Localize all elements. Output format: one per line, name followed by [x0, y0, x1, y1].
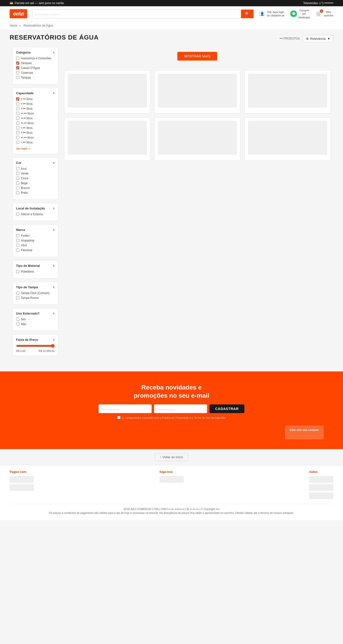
search-input[interactable] [32, 10, 241, 18]
filter-item-cap9[interactable]: •.••• litros [16, 141, 55, 144]
card-icon: 💳 [10, 2, 13, 5]
checkbox-acqualimp[interactable] [16, 239, 19, 242]
checkbox-cap0[interactable] [16, 97, 19, 100]
checkbox-interno-externo[interactable] [16, 212, 19, 216]
filter-local-title[interactable]: Local de Instalação ∧ [16, 206, 55, 210]
filter-item-verde[interactable]: Verde [16, 172, 55, 175]
cart-badge: 1 [320, 10, 323, 13]
filter-item-preto[interactable]: Preto [16, 191, 55, 194]
filter-item-acqualimp[interactable]: Acqualimp [16, 239, 55, 242]
filter-item-cap4[interactable]: ••.•• litros [16, 117, 55, 120]
checkbox-fortlev[interactable] [16, 234, 19, 237]
filter-enterrado-title[interactable]: Uso Enterrado? ∧ [16, 312, 55, 315]
product-card[interactable] [154, 118, 240, 161]
filter-material-title[interactable]: Tipo de Material ∧ [16, 264, 55, 268]
login-button[interactable]: 👤 Olá, faça loginou cadastre-se [259, 10, 284, 17]
checkbox-tampa-click[interactable] [16, 292, 19, 294]
newsletter-email-input[interactable] [154, 404, 207, 413]
filter-item-cap3[interactable]: ••.••• litros [16, 112, 55, 115]
filter-item-tampas[interactable]: Tampas [16, 76, 55, 79]
checkbox-cap8[interactable] [16, 136, 19, 139]
checkbox-cap6[interactable] [16, 126, 19, 130]
filter-tampa-title[interactable]: Tipo de Tampa ∧ [16, 285, 55, 289]
breadcrumb-home[interactable]: Home [10, 24, 17, 27]
filter-item-acessorios[interactable]: Acessórios e Conexões [16, 57, 55, 60]
filter-label-cap5: ••.••• litros [21, 122, 34, 125]
filter-item-cap2[interactable]: •.••• litros [16, 107, 55, 110]
filter-item-afort[interactable]: Afort [16, 244, 55, 247]
checkbox-polietileno[interactable] [16, 270, 19, 273]
checkbox-tanques[interactable] [16, 62, 19, 64]
price-range-input[interactable] [16, 344, 55, 348]
product-grid [64, 70, 331, 161]
newsletter-cadastrar-button[interactable]: CADASTRAR [210, 404, 245, 413]
checkbox-azul[interactable] [16, 167, 19, 170]
checkbox-preto[interactable] [16, 191, 19, 194]
filter-categoria-title[interactable]: Categoria ∧ [16, 50, 55, 54]
filter-item-tanques[interactable]: Tanques [16, 62, 55, 65]
filter-item-cap7[interactable]: •.••• litros [16, 131, 55, 134]
newsletter-name-input[interactable] [98, 404, 152, 413]
checkbox-cisternas[interactable] [16, 71, 19, 74]
filter-item-cap0[interactable]: •.••• litros [16, 97, 55, 101]
filter-item-fortlev[interactable]: Fortlev [16, 234, 55, 238]
filter-categoria: Categoria ∧ Acessórios e Conexões Tanque… [12, 47, 58, 84]
checkbox-afort[interactable] [16, 244, 19, 247]
product-card[interactable] [244, 118, 331, 161]
back-to-top-button[interactable]: ↑ Voltar ao início [155, 453, 188, 461]
filter-label-cap4: ••.•• litros [21, 117, 33, 120]
logo[interactable]: eefizi [10, 9, 27, 18]
filter-item-bege[interactable]: Bege [16, 182, 55, 185]
checkbox-cap2[interactable] [16, 107, 19, 110]
checkbox-bege[interactable] [16, 182, 19, 184]
product-card[interactable] [64, 118, 150, 161]
ver-mais-button[interactable]: Ver mais + [16, 147, 30, 150]
filter-item-caixas[interactable]: Caixas D'Água [16, 66, 55, 70]
filter-item-cinza[interactable]: Cinza [16, 177, 55, 180]
product-card[interactable] [154, 70, 240, 114]
filter-item-azul[interactable]: Azul [16, 167, 55, 170]
filter-item-tampa-rosca[interactable]: Tampa Rosca [16, 296, 55, 300]
checkbox-nao[interactable] [16, 322, 19, 326]
checkbox-sim[interactable] [16, 318, 19, 321]
checkbox-tampa-rosca[interactable] [16, 296, 19, 299]
checkbox-cap4[interactable] [16, 117, 19, 120]
filter-item-cisternas[interactable]: Cisternas [16, 71, 55, 74]
product-card[interactable] [244, 70, 331, 114]
search-button[interactable]: 🔍 [241, 10, 254, 18]
checkbox-caixas[interactable] [16, 66, 19, 70]
filter-item-nao[interactable]: Não [16, 322, 55, 326]
filter-marca-title[interactable]: Marca ∧ [16, 228, 55, 232]
filter-item-fibromar[interactable]: Fibromar [16, 248, 55, 252]
filter-capacidade-title[interactable]: Capacidade ∧ [16, 91, 55, 95]
filter-item-sim[interactable]: Sim [16, 318, 55, 321]
checkbox-cap1[interactable] [16, 102, 19, 105]
filter-item-cap5[interactable]: ••.••• litros [16, 122, 55, 125]
sort-dropdown[interactable]: ⚙ Relevância ▼ [303, 35, 333, 42]
checkbox-cap9[interactable] [16, 141, 19, 144]
filter-item-tampa-click[interactable]: Tampa Click (Comum) [16, 292, 55, 295]
checkbox-cap7[interactable] [16, 131, 19, 134]
checkbox-verde[interactable] [16, 172, 19, 175]
product-card[interactable] [64, 70, 150, 114]
checkbox-cap5[interactable] [16, 122, 19, 124]
filter-item-polietileno[interactable]: Polietileno [16, 270, 55, 273]
filter-item-branco[interactable]: Branco [16, 186, 55, 190]
filter-preco-title[interactable]: Faixa de Preço ∧ [16, 338, 55, 342]
whatsapp-button[interactable]: 💬 Compreporwhatsapp [290, 9, 310, 19]
filter-item-cap1[interactable]: •.••• litros [16, 102, 55, 106]
checkbox-acessorios[interactable] [16, 57, 19, 60]
mostrar-mais-button[interactable]: MOSTRAR MAIS [178, 52, 217, 60]
checkbox-branco[interactable] [16, 186, 19, 190]
filter-item-cap8[interactable]: ••.••• litros [16, 136, 55, 139]
checkbox-cap3[interactable] [16, 112, 19, 115]
filter-item-cap6[interactable]: •.••• litros [16, 126, 55, 130]
checkbox-tampas[interactable] [16, 76, 19, 79]
filter-cor-title[interactable]: Cor ∧ [16, 161, 55, 164]
checkbox-cinza[interactable] [16, 177, 19, 180]
main-content: Categoria ∧ Acessórios e Conexões Tanque… [3, 42, 340, 364]
cart-button[interactable]: 🛒 1 Meucarrinho [316, 10, 333, 17]
checkbox-fibromar[interactable] [16, 248, 19, 252]
newsletter-terms-checkbox[interactable] [118, 416, 120, 419]
filter-item-interno-externo[interactable]: Interno e Externo [16, 212, 55, 216]
